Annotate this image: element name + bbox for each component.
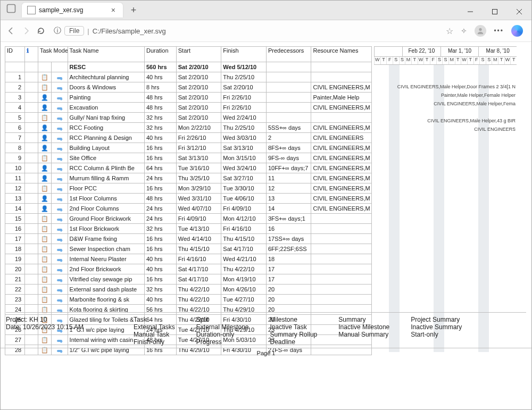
task-mode-icon [57,128,62,130]
table-row[interactable]: 7👤RCC Planning & Design40 hrsFri 2/26/10… [5,133,372,143]
legend-item: Start-only [411,331,462,338]
task-table: ID ℹ Task Mode Task Name Duration Start … [5,46,372,355]
table-row[interactable]: 18📋Sewer Inspection cham16 hrsThu 4/15/1… [5,244,372,254]
task-mode-icon [57,208,62,211]
table-row[interactable]: 6👤RCC Footing32 hrsMon 2/22/10Thu 2/25/1… [5,123,372,133]
timeline-day: M [405,57,411,64]
url-field[interactable]: ⓘ File | C:/Files/sample_xer.svg [51,26,442,36]
refresh-button[interactable] [36,26,46,36]
timeline-day: T [380,57,387,64]
timeline-day: S [393,57,399,64]
legend-item: Manual Task [134,331,175,338]
col-task-mode[interactable]: Task Mode [38,47,68,62]
timeline-day: F [386,57,393,64]
col-predecessors[interactable]: Predecessors [266,47,311,62]
legend: Project: KH 10 Date: 10/26/2023 10:15 AM… [6,312,526,346]
table-row[interactable]: 21📋Vitrified clay sewage pip16 hrsSat 4/… [5,274,372,285]
task-mode-icon [57,309,62,312]
gantt-resource-label: CIVIL ENGINEERS,Male Helper,Fema [434,101,516,106]
legend-item: Progress [196,338,249,346]
task-mode-icon [57,118,62,120]
timeline-day: T [411,57,418,64]
close-window-button[interactable] [507,4,531,20]
table-row[interactable]: 10👤RCC Column & Plinth Be64 hrsTue 3/16/… [5,163,372,173]
task-mode-icon [57,269,62,271]
table-row[interactable]: 23📋Marbonite flooring & sk40 hrsThu 4/22… [5,295,372,305]
table-row[interactable]: 20📋2nd Floor Brickwork40 hrsSat 4/17/10T… [5,264,372,274]
new-tab-button[interactable]: + [126,3,141,18]
table-row[interactable]: 15📋Ground Floor Brickwork24 hrsFri 4/09/… [5,214,372,224]
gantt-resource-label: CIVIL ENGINEERS,Male Helper,43 g BIR [427,118,516,123]
tab-title: sample_xer.svg [39,6,83,14]
task-mode-icon [57,138,62,140]
legend-item: Project Summary [411,316,462,323]
col-start[interactable]: Start [176,47,221,62]
col-finish[interactable]: Finish [221,47,267,62]
task-mode-icon [57,239,62,241]
table-row[interactable]: 13👤1st Floor Columns48 hrsWed 3/31/10Tue… [5,194,372,204]
minimize-button[interactable] [458,4,483,20]
file-pill: File [64,26,84,36]
table-row[interactable]: 3👤Painting48 hrsSat 2/20/10Fri 2/26/10Pa… [5,93,372,103]
col-task-name[interactable]: Task Name [68,47,144,62]
table-row[interactable]: 4👤Excavation48 hrsSat 2/20/10Fri 2/26/10… [5,103,372,113]
timeline-day: M [448,57,455,64]
timeline-day: S [486,57,492,64]
table-row[interactable]: 17📋D&W Frame fixing16 hrsWed 4/14/10Thu … [5,234,372,244]
table-row[interactable]: 19📋Internal Neeru Plaster40 hrsFri 4/16/… [5,254,372,264]
page-footer: Page 1 [1,348,531,356]
timeline-day: T [467,57,473,64]
extensions-icon[interactable]: ✧ [461,27,467,35]
task-mode-icon [57,279,62,281]
timeline-week: Feb 22, '10 [402,47,440,56]
legend-item: Task [134,316,175,323]
table-row[interactable]: 2📋Doors & Windows8 hrsSat 2/20/10Sat 2/2… [5,82,372,93]
task-mode-icon [57,107,62,110]
col-duration[interactable]: Duration [144,47,176,62]
timeline-week: Mar 8, '10 [478,47,517,56]
table-row[interactable]: 11👤Murrum filling & Ramm24 hrsThu 3/25/1… [5,173,372,183]
close-tab-icon[interactable]: × [109,6,118,14]
timeline-week: Mar 1, '10 [440,47,479,56]
legend-item: Summary [338,316,389,323]
table-row[interactable]: 12📋Floor PCC16 hrsMon 3/29/10Tue 3/30/10… [5,183,372,194]
task-mode-icon [57,219,62,221]
task-mode-icon [57,97,62,99]
table-row[interactable]: 14👤2nd Floor Columns24 hrsWed 4/07/10Fri… [5,204,372,214]
maximize-button[interactable] [483,4,507,20]
svg-rect-0 [7,5,15,13]
col-id[interactable]: ID [5,47,25,62]
col-resources[interactable]: Resource Names [311,47,372,62]
info-icon: ℹ [27,47,29,54]
legend-item: Inactive Task [270,323,318,331]
timeline-day: S [436,57,443,64]
table-row[interactable]: 1📋Architechtural planning40 hrsSat 2/20/… [5,72,372,82]
table-row[interactable]: 9📋Site Office16 hrsSat 3/13/10Mon 3/15/1… [5,153,372,163]
timeline-day: T [455,57,461,64]
timeline-day: M [492,57,498,64]
col-info[interactable]: ℹ [25,47,38,62]
favorite-icon[interactable]: ☆ [446,26,453,36]
forward-button[interactable] [21,26,31,36]
task-mode-icon [57,178,62,180]
legend-item: External Milestone [196,323,249,331]
legend-item: Deadline [270,338,318,346]
svg-rect-2 [493,10,497,14]
table-row[interactable]: 16📋1st Floor Brickwork32 hrsTue 4/13/10F… [5,224,372,234]
table-row[interactable]: 5📋Gully/ Nani trap fixing32 hrsSat 2/20/… [5,113,372,123]
titlebar: sample_xer.svg × + [1,1,531,20]
table-row[interactable]: RESC560 hrsSat 2/20/10Wed 5/12/10 [5,62,372,72]
more-icon[interactable]: ••• [494,27,504,35]
copilot-icon[interactable] [511,25,523,37]
table-row[interactable]: 8👤Building Layout16 hrsFri 3/12/10Sat 3/… [5,143,372,153]
table-row[interactable]: 22📋External sand dash plaste32 hrsThu 4/… [5,285,372,295]
browser-tab[interactable]: sample_xer.svg × [22,3,123,18]
task-mode-icon [57,77,62,79]
gantt-resource-label: Painter,Male Helper,Female Helper [441,93,516,98]
task-mode-icon [57,148,62,150]
back-button[interactable] [6,26,16,36]
timeline-day: W [461,57,467,64]
profile-avatar[interactable] [475,25,486,37]
timeline-day: W [418,57,424,64]
legend-item: Inactive Summary [411,323,462,331]
